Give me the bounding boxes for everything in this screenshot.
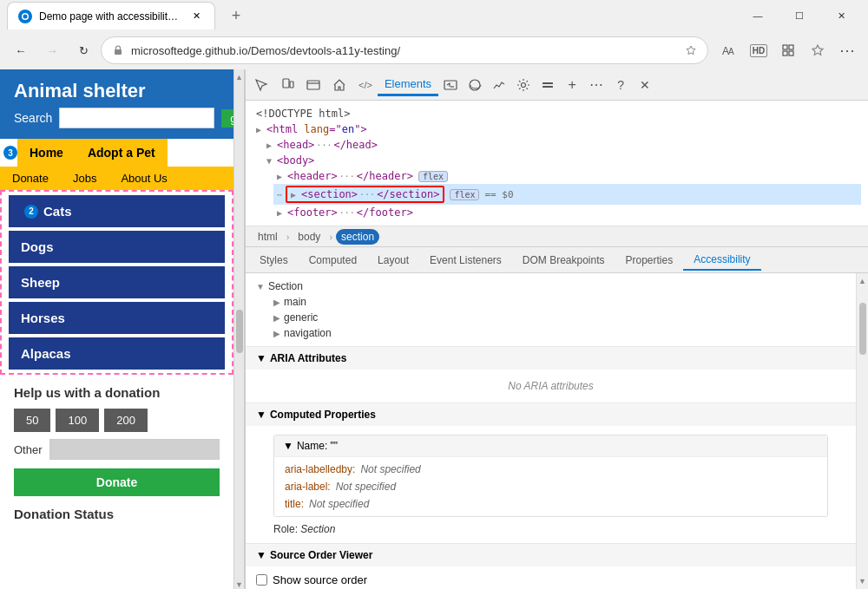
computed-tab[interactable]: Computed: [299, 251, 367, 270]
go-button[interactable]: go: [221, 109, 234, 128]
tab-close-button[interactable]: ✕: [188, 9, 204, 24]
dom-breakpoints-tab[interactable]: DOM Breakpoints: [512, 251, 615, 270]
section-expander[interactable]: ▶: [291, 190, 299, 200]
properties-tab[interactable]: Properties: [615, 251, 684, 270]
breadcrumb-body[interactable]: body: [293, 229, 326, 245]
scroll-down-btn[interactable]: ▼: [858, 577, 866, 586]
browser-tab[interactable]: Demo page with accessibility issu ✕: [7, 2, 215, 29]
section-box[interactable]: ▶ <section> ··· </section>: [286, 186, 444, 203]
horses-item[interactable]: Horses: [9, 302, 225, 334]
network-monitor-button[interactable]: [463, 73, 487, 97]
close-devtools-button[interactable]: ✕: [633, 73, 657, 97]
sources-icon-button[interactable]: [301, 73, 326, 97]
read-aloud-button[interactable]: AA: [715, 36, 743, 64]
minimize-button[interactable]: —: [738, 2, 778, 29]
devtools-more-btn[interactable]: ⋯: [277, 190, 282, 200]
source-order-header[interactable]: ▼ Source Order Viewer: [246, 544, 856, 566]
settings-button[interactable]: ⋯: [833, 36, 861, 64]
computed-collapse-icon: ▼: [256, 409, 266, 421]
scroll-up-btn[interactable]: ▲: [858, 277, 866, 285]
body-open-line[interactable]: ▼ <body>: [263, 153, 861, 168]
donate-nav-button[interactable]: Donate: [0, 167, 61, 190]
devtools-elements-tab[interactable]: Elements: [378, 74, 438, 96]
section-line[interactable]: ⋯ ▶ <section> ··· </section> flex == $0: [273, 184, 861, 205]
performance-button[interactable]: [487, 73, 511, 97]
badge-2: 2: [24, 205, 38, 219]
maximize-button[interactable]: ☐: [779, 2, 819, 29]
donate-200-button[interactable]: 200: [104, 409, 148, 432]
star-icon[interactable]: [685, 44, 697, 56]
home-devtools-button[interactable]: [327, 73, 352, 97]
more-tools-button[interactable]: ⋯: [584, 73, 608, 97]
forward-button[interactable]: →: [38, 36, 66, 64]
footer-close: </footer>: [357, 206, 413, 219]
accessibility-tab[interactable]: Accessibility: [683, 250, 760, 271]
svg-rect-11: [307, 81, 319, 89]
jobs-button[interactable]: Jobs: [61, 167, 108, 190]
section-dots[interactable]: ···: [359, 190, 375, 200]
other-input[interactable]: [49, 439, 220, 460]
header-dots[interactable]: ···: [339, 172, 355, 181]
add-tool-button[interactable]: +: [560, 73, 584, 97]
aria-section-header[interactable]: ▼ ARIA Attributes: [246, 347, 856, 370]
layout-tab[interactable]: Layout: [367, 251, 419, 270]
main-area: Animal shelter Search go 3 Home Adopt a …: [0, 69, 868, 589]
alpacas-item[interactable]: Alpacas: [9, 337, 225, 370]
url-bar[interactable]: microsoftedge.github.io/Demos/devtools-a…: [101, 36, 708, 64]
inspect-element-button[interactable]: [249, 73, 273, 97]
tree-section-item[interactable]: ▼ Section: [256, 278, 845, 294]
footer-line[interactable]: ▶ <footer> ··· </footer>: [273, 205, 861, 220]
cats-label: Cats: [43, 204, 72, 219]
favorites-button[interactable]: [804, 36, 832, 64]
donate-100-button[interactable]: 100: [56, 409, 99, 432]
scroll-thumb[interactable]: [859, 303, 866, 355]
new-tab-button[interactable]: +: [222, 2, 250, 29]
show-source-order-label[interactable]: Show source order: [273, 573, 367, 586]
svg-text:A: A: [728, 47, 734, 56]
tree-main-item[interactable]: ▶ main: [256, 294, 845, 310]
search-input[interactable]: [59, 108, 214, 128]
computed-section-header[interactable]: ▼ Computed Properties: [246, 403, 856, 426]
collections-button[interactable]: [774, 36, 802, 64]
name-header[interactable]: ▼ Name: "": [274, 435, 827, 457]
show-source-order-checkbox[interactable]: [256, 574, 267, 586]
breadcrumb-section[interactable]: section: [336, 229, 379, 245]
html-expander[interactable]: ▶: [256, 125, 265, 134]
header-expander[interactable]: ▶: [277, 172, 286, 181]
cats-item[interactable]: 2 Cats: [9, 195, 225, 227]
dogs-item[interactable]: Dogs: [9, 231, 225, 263]
help-button[interactable]: ?: [608, 73, 633, 97]
layers-button[interactable]: [536, 73, 560, 97]
generic-label: generic: [284, 311, 318, 324]
dashed-section: 2 Cats Dogs Sheep Horses Alpacas: [0, 190, 233, 375]
donate-button[interactable]: Donate: [14, 468, 220, 496]
tree-navigation-item[interactable]: ▶ navigation: [256, 325, 845, 341]
footer-expander[interactable]: ▶: [277, 208, 286, 218]
close-button[interactable]: ✕: [821, 2, 861, 29]
left-scrollbar[interactable]: ▲ ▼: [234, 69, 245, 589]
head-dots[interactable]: ···: [316, 141, 332, 150]
back-button[interactable]: ←: [7, 36, 35, 64]
sheep-item[interactable]: Sheep: [9, 266, 225, 298]
settings-devtools-button[interactable]: [511, 73, 536, 97]
console-icon-button[interactable]: [438, 73, 463, 97]
right-scrollbar[interactable]: ▲ ▼: [856, 273, 868, 589]
breadcrumb-html[interactable]: html: [253, 229, 283, 245]
about-button[interactable]: About Us: [108, 167, 179, 190]
footer-dots[interactable]: ···: [339, 208, 355, 218]
styles-tab[interactable]: Styles: [249, 251, 299, 270]
hd-button[interactable]: HD: [745, 36, 773, 64]
devtools-body: <!DOCTYPE html> ▶ <html lang="en"> ▶ <he…: [246, 101, 868, 589]
header-line[interactable]: ▶ <header> ··· </header> flex: [273, 168, 861, 184]
reload-button[interactable]: ↻: [69, 36, 97, 64]
adopt-button[interactable]: Adopt a Pet: [76, 139, 168, 167]
device-toolbar-button[interactable]: [275, 73, 299, 97]
head-line[interactable]: ▶ <head> ··· </head>: [263, 137, 861, 153]
head-expander[interactable]: ▶: [266, 141, 275, 150]
event-listeners-tab[interactable]: Event Listeners: [419, 251, 512, 270]
donate-50-button[interactable]: 50: [14, 409, 50, 432]
body-expander[interactable]: ▼: [266, 156, 275, 166]
tree-generic-item[interactable]: ▶ generic: [256, 310, 845, 325]
html-line[interactable]: ▶ <html lang="en">: [253, 121, 861, 137]
home-button[interactable]: Home: [17, 139, 76, 167]
